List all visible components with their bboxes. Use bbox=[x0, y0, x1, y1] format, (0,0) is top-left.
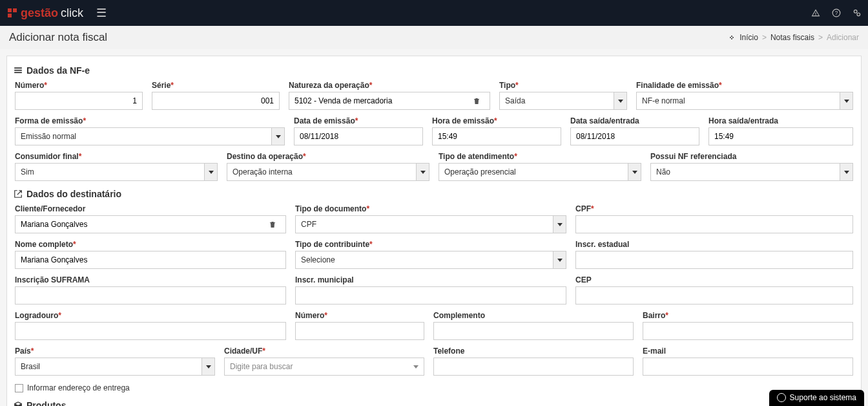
label-cliente: Cliente/Fornecedor bbox=[15, 204, 286, 213]
cliente-input[interactable] bbox=[16, 216, 269, 233]
telefone-input[interactable] bbox=[433, 358, 634, 376]
tipo-documento-value: CPF bbox=[296, 220, 322, 229]
svg-text:?: ? bbox=[835, 10, 838, 16]
label-tipo-atendimento: Tipo de atendimento* bbox=[439, 152, 641, 161]
label-inscr-suframa: Inscrição SUFRAMA bbox=[15, 275, 286, 284]
label-numero-end: Número* bbox=[295, 311, 424, 320]
natureza-input[interactable] bbox=[289, 92, 473, 109]
destino-operacao-select[interactable]: Operação interna bbox=[227, 163, 429, 181]
label-destino-operacao: Destino da operação* bbox=[227, 152, 429, 161]
chevron-down-icon bbox=[416, 164, 429, 180]
list-icon bbox=[14, 66, 23, 75]
data-emissao-input[interactable] bbox=[294, 127, 423, 145]
chat-icon bbox=[777, 393, 786, 402]
forma-emissao-select[interactable]: Emissão normal bbox=[15, 127, 285, 145]
breadcrumb-sep: > bbox=[818, 33, 823, 42]
tipo-contribuinte-select[interactable]: Selecione bbox=[295, 251, 566, 269]
label-inscr-estadual: Inscr. estadual bbox=[575, 240, 853, 249]
breadcrumb: Início > Notas fiscais > Adicionar bbox=[728, 33, 859, 42]
entrega-checkbox-label: Informar endereço de entrega bbox=[27, 383, 130, 392]
inscr-municipal-input[interactable] bbox=[295, 286, 566, 304]
label-hora-emissao: Hora de emissão* bbox=[432, 116, 561, 125]
numero-end-input[interactable] bbox=[295, 322, 424, 340]
hora-saida-input[interactable] bbox=[708, 127, 853, 145]
svg-rect-1 bbox=[13, 8, 17, 12]
section-nfe-label: Dados da NF-e bbox=[26, 65, 90, 76]
cliente-clear-icon[interactable] bbox=[269, 220, 285, 229]
inscr-estadual-input[interactable] bbox=[575, 251, 853, 269]
tipo-value: Saída bbox=[500, 96, 530, 105]
inscr-suframa-input[interactable] bbox=[15, 286, 286, 304]
svg-point-8 bbox=[730, 37, 731, 38]
pais-select[interactable]: Brasil bbox=[15, 358, 215, 376]
label-logradouro: Logradouro* bbox=[15, 311, 286, 320]
finalidade-value: NF-e normal bbox=[637, 96, 690, 105]
menu-toggle-icon[interactable]: ☰ bbox=[96, 6, 107, 20]
tipo-documento-select[interactable]: CPF bbox=[295, 215, 566, 233]
svg-point-5 bbox=[854, 10, 857, 13]
complemento-input[interactable] bbox=[433, 322, 634, 340]
chevron-down-icon bbox=[202, 358, 214, 375]
label-finalidade: Finalidade de emissão* bbox=[636, 81, 853, 90]
tipo-select[interactable]: Saída bbox=[499, 92, 627, 110]
topbar: gestãoclick ☰ ? bbox=[0, 0, 868, 26]
bairro-input[interactable] bbox=[643, 322, 853, 340]
label-cidade-uf: Cidade/UF* bbox=[224, 347, 424, 356]
label-bairro: Bairro* bbox=[643, 311, 853, 320]
natureza-clear-icon[interactable] bbox=[473, 97, 490, 105]
destino-operacao-value: Operação interna bbox=[227, 167, 298, 176]
chevron-down-icon bbox=[271, 128, 284, 145]
label-consumidor-final: Consumidor final* bbox=[15, 152, 218, 161]
page-header: Adicionar nota fiscal Início > Notas fis… bbox=[0, 26, 868, 49]
svg-rect-11 bbox=[14, 67, 22, 69]
help-icon[interactable]: ? bbox=[832, 8, 841, 17]
email-input[interactable] bbox=[643, 358, 853, 376]
numero-input[interactable] bbox=[15, 92, 143, 110]
forma-emissao-value: Emissão normal bbox=[16, 132, 81, 141]
label-nome-completo: Nome completo* bbox=[15, 240, 286, 249]
chevron-down-icon bbox=[553, 251, 566, 268]
breadcrumb-parent[interactable]: Notas fiscais bbox=[770, 33, 814, 42]
topbar-actions: ? bbox=[811, 8, 862, 17]
label-tipo-documento: Tipo de documento* bbox=[295, 204, 566, 213]
serie-input[interactable] bbox=[152, 92, 280, 110]
nf-ref-select[interactable]: Não bbox=[650, 163, 853, 181]
label-inscr-municipal: Inscr. municipal bbox=[295, 275, 566, 284]
label-forma-emissao: Forma de emissão* bbox=[15, 116, 285, 125]
tipo-contribuinte-value: Selecione bbox=[296, 255, 340, 264]
section-products-label: Produtos bbox=[26, 400, 66, 406]
pais-value: Brasil bbox=[16, 362, 45, 371]
cpf-input[interactable] bbox=[575, 215, 853, 233]
svg-rect-2 bbox=[8, 14, 12, 17]
nf-ref-value: Não bbox=[651, 167, 676, 176]
finalidade-select[interactable]: NF-e normal bbox=[636, 92, 853, 110]
alert-icon[interactable] bbox=[811, 8, 820, 17]
svg-point-6 bbox=[857, 13, 860, 16]
box-icon bbox=[14, 401, 23, 406]
entrega-checkbox-row: Informar endereço de entrega bbox=[14, 382, 854, 394]
settings-icon[interactable] bbox=[852, 8, 862, 17]
hora-emissao-input[interactable] bbox=[432, 127, 561, 145]
breadcrumb-home[interactable]: Início bbox=[739, 33, 758, 42]
support-button[interactable]: Suporte ao sistema bbox=[769, 390, 864, 406]
logradouro-input[interactable] bbox=[15, 322, 286, 340]
section-dest: Dados do destinatário bbox=[14, 187, 854, 204]
form-panel: Dados da NF-e Número* Série* Natureza da… bbox=[6, 56, 862, 406]
section-products: Produtos bbox=[14, 399, 854, 406]
chevron-down-icon bbox=[553, 216, 566, 233]
label-email: E-mail bbox=[643, 347, 853, 356]
nome-completo-input[interactable] bbox=[15, 251, 286, 269]
consumidor-final-select[interactable]: Sim bbox=[15, 163, 218, 181]
cep-input[interactable] bbox=[575, 286, 853, 304]
chevron-down-icon bbox=[840, 92, 852, 109]
cidade-uf-select[interactable]: Digite para buscar bbox=[224, 358, 424, 376]
data-saida-input[interactable] bbox=[570, 127, 699, 145]
label-tipo-contribuinte: Tipo de contribuinte* bbox=[295, 240, 566, 249]
svg-point-7 bbox=[731, 36, 732, 37]
label-tipo: Tipo* bbox=[499, 81, 627, 90]
logo[interactable]: gestãoclick bbox=[6, 6, 83, 20]
entrega-checkbox[interactable] bbox=[15, 384, 23, 392]
label-natureza: Natureza da operação* bbox=[289, 81, 490, 90]
tipo-atendimento-select[interactable]: Operação presencial bbox=[439, 163, 641, 181]
cidade-uf-placeholder: Digite para buscar bbox=[230, 362, 293, 371]
